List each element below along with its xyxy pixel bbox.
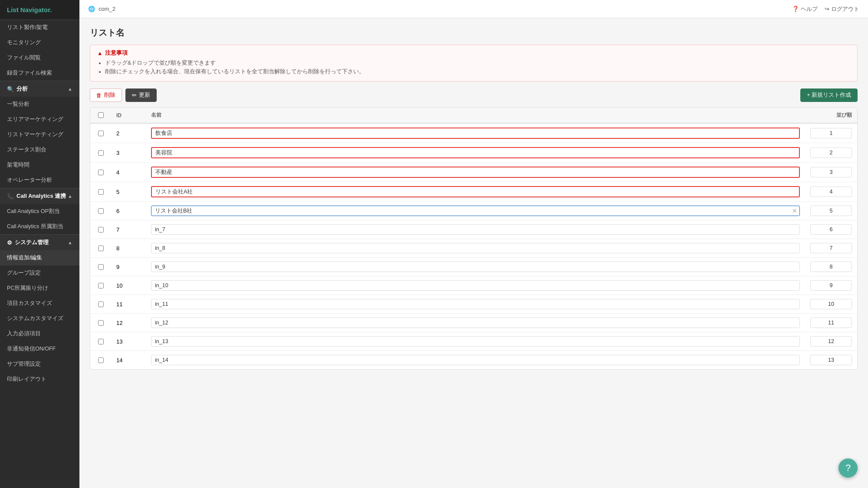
sidebar-item-ca-op[interactable]: Call Analytics OP割当 <box>0 204 79 219</box>
order-input[interactable] <box>810 262 852 272</box>
name-input[interactable] <box>151 243 800 253</box>
header-name: 名前 <box>146 108 805 123</box>
sidebar-item-info-edit[interactable]: 情報追加/編集 <box>0 250 79 265</box>
row-order-cell <box>805 202 857 220</box>
topbar-workspace: 🌐 com_2 <box>88 6 115 12</box>
order-input[interactable] <box>810 280 852 291</box>
trash-icon: 🗑 <box>96 92 102 98</box>
order-input[interactable] <box>810 318 852 328</box>
sidebar-item-file-browse[interactable]: ファイル閲覧 <box>0 50 79 66</box>
sidebar-item-pc-assignment[interactable]: PC所属振り分け <box>0 281 79 296</box>
name-input[interactable] <box>151 355 800 365</box>
row-order-cell <box>805 351 857 369</box>
sidebar-section-analysis[interactable]: 🔍 分析 ▲ <box>0 81 79 97</box>
order-input[interactable] <box>810 167 852 177</box>
sidebar-item-call-time[interactable]: 架電時間 <box>0 157 79 173</box>
sidebar-item-audio-search[interactable]: 録音ファイル検索 <box>0 66 79 81</box>
help-fab[interactable]: ? <box>838 459 858 478</box>
name-input[interactable] <box>151 206 800 216</box>
sidebar-item-area-marketing[interactable]: エリアマーケティング <box>0 112 79 127</box>
sidebar-item-status-ratio[interactable]: ステータス割合 <box>0 142 79 157</box>
delete-button[interactable]: 🗑 削除 <box>90 88 122 102</box>
row-id-cell: 14 <box>111 351 146 369</box>
table-row: 2 <box>90 124 857 143</box>
row-checkbox[interactable] <box>98 131 104 136</box>
name-input[interactable] <box>151 224 800 235</box>
sidebar-item-operator-analysis[interactable]: オペレーター分析 <box>0 173 79 188</box>
row-checkbox[interactable] <box>98 208 104 214</box>
sidebar-section-call-analytics[interactable]: 📞 Call Analytics 連携 ▲ <box>0 188 79 204</box>
select-all-checkbox[interactable] <box>98 112 104 118</box>
name-input[interactable] <box>151 318 800 328</box>
notice-box: ▲ 注意事項 ドラッグ&ドロップで並び順を変更できます 削除にチェックを入れる場… <box>90 45 858 82</box>
row-checkbox[interactable] <box>98 227 104 233</box>
name-input[interactable] <box>151 336 800 347</box>
sidebar-item-list-marketing[interactable]: リストマーケティング <box>0 127 79 142</box>
row-name-cell <box>146 143 805 162</box>
row-checkbox-cell <box>90 124 111 143</box>
order-input[interactable] <box>810 187 852 197</box>
sidebar-item-list-creation[interactable]: リスト製作/架電 <box>0 20 79 35</box>
sidebar-item-sub-admin[interactable]: サブ管理設定 <box>0 357 79 372</box>
row-checkbox[interactable] <box>98 339 104 344</box>
sidebar-item-ca-group[interactable]: Call Analytics 所属割当 <box>0 219 79 234</box>
row-id-cell: 3 <box>111 143 146 162</box>
name-input[interactable] <box>151 147 800 158</box>
name-input[interactable] <box>151 299 800 309</box>
section-label: 分析 <box>16 85 28 93</box>
row-checkbox[interactable] <box>98 357 104 363</box>
row-name-cell <box>146 163 805 182</box>
table-row: 13 <box>90 332 857 351</box>
workspace-name: com_2 <box>99 6 115 12</box>
row-checkbox[interactable] <box>98 246 104 251</box>
table-header: ID 名前 並び順 <box>90 108 857 124</box>
row-checkbox[interactable] <box>98 264 104 270</box>
sidebar-item-print-layout[interactable]: 印刷レイアウト <box>0 372 79 387</box>
new-list-button[interactable]: + 新規リスト作成 <box>800 88 858 102</box>
order-input[interactable] <box>810 224 852 235</box>
sidebar-item-item-customize[interactable]: 項目カスタマイズ <box>0 296 79 311</box>
notice-list: ドラッグ&ドロップで並び順を変更できます 削除にチェックを入れる場合、現在保有し… <box>97 59 850 75</box>
order-input[interactable] <box>810 243 852 253</box>
sidebar-item-system-customize[interactable]: システムカスタマイズ <box>0 311 79 326</box>
sidebar-item-label: モニタリング <box>7 39 41 46</box>
order-input[interactable] <box>810 299 852 309</box>
clear-button[interactable]: ✕ <box>792 208 797 214</box>
sidebar-item-required-input[interactable]: 入力必須項目 <box>0 326 79 341</box>
row-order-cell <box>805 332 857 350</box>
order-input[interactable] <box>810 355 852 365</box>
row-checkbox[interactable] <box>98 150 104 156</box>
row-order-cell <box>805 276 857 295</box>
section-label: Call Analytics 連携 <box>16 192 66 200</box>
sidebar-item-group-settings[interactable]: グループ設定 <box>0 265 79 281</box>
name-input[interactable] <box>151 280 800 291</box>
row-order-cell <box>805 295 857 313</box>
order-input[interactable] <box>810 336 852 347</box>
name-input[interactable] <box>151 167 800 178</box>
row-id-cell: 7 <box>111 220 146 239</box>
row-checkbox[interactable] <box>98 301 104 307</box>
chevron-up-icon: ▲ <box>68 240 72 245</box>
help-button[interactable]: ❓ ヘルプ <box>792 5 818 13</box>
update-button[interactable]: ✏ 更新 <box>125 88 157 102</box>
row-checkbox-cell <box>90 182 111 201</box>
row-id-cell: 2 <box>111 124 146 143</box>
name-input[interactable] <box>151 186 800 197</box>
sidebar-item-unknown-call[interactable]: 非通知発信ON/OFF <box>0 341 79 357</box>
order-input[interactable] <box>810 147 852 158</box>
logout-button[interactable]: ↪ ログアウト <box>825 5 859 13</box>
name-input[interactable] <box>151 128 800 139</box>
sidebar-section-system[interactable]: ⚙ システム管理 ▲ <box>0 234 79 250</box>
name-input[interactable] <box>151 262 800 272</box>
order-input[interactable] <box>810 206 852 216</box>
row-checkbox[interactable] <box>98 170 104 175</box>
row-checkbox[interactable] <box>98 189 104 195</box>
order-input[interactable] <box>810 128 852 138</box>
sidebar-item-label: リスト製作/架電 <box>7 24 48 31</box>
sidebar-item-monitoring[interactable]: モニタリング <box>0 35 79 50</box>
row-checkbox[interactable] <box>98 320 104 326</box>
row-checkbox[interactable] <box>98 283 104 288</box>
sidebar-item-list-analysis[interactable]: 一覧分析 <box>0 97 79 112</box>
row-name-cell <box>146 124 805 143</box>
row-checkbox-cell <box>90 258 111 276</box>
